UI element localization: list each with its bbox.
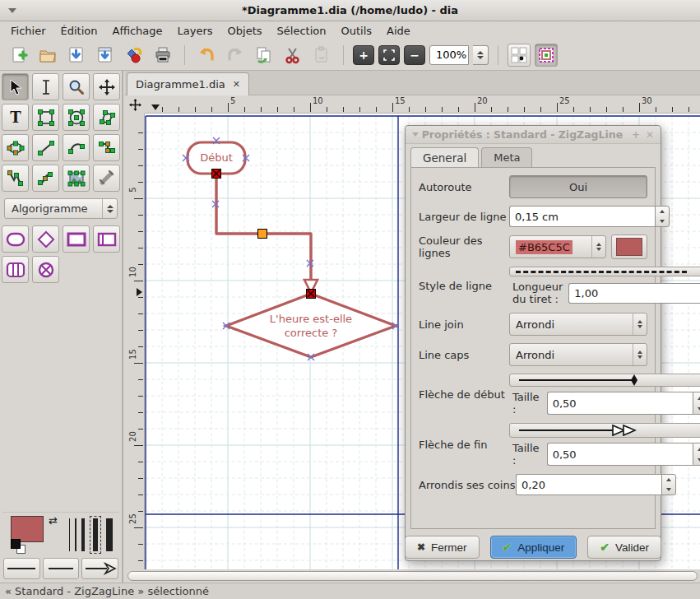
menu-item-objets[interactable]: Objets <box>220 23 270 39</box>
diagram-tab-label: Diagramme1.dia <box>136 78 225 91</box>
bezierline-tool-button[interactable] <box>32 165 59 192</box>
corner-radius-spinner[interactable] <box>661 474 676 495</box>
outline-tool-button[interactable] <box>93 165 120 192</box>
line-width-input[interactable] <box>509 206 655 227</box>
menu-item-affichage[interactable]: Affichage <box>104 23 169 39</box>
tab-general[interactable]: General <box>410 147 479 167</box>
arc-tool-button[interactable] <box>63 134 90 161</box>
paste-button[interactable] <box>309 43 334 67</box>
arrow-end-width-spinner[interactable] <box>693 443 700 466</box>
zigzagline-tool-button[interactable] <box>93 134 120 161</box>
vertical-ruler-indicator <box>137 288 142 296</box>
arrow-end-width-input[interactable] <box>547 443 693 466</box>
tab-meta[interactable]: Meta <box>481 147 532 167</box>
export-button[interactable] <box>122 43 146 67</box>
menu-item-outils[interactable]: Outils <box>333 23 379 39</box>
tab-close-icon[interactable]: ✕ <box>233 79 240 90</box>
line-style-combo[interactable] <box>509 267 700 276</box>
dialog-titlebar[interactable]: Propriétés : Standard - ZigZagLine + ✕ <box>406 126 661 144</box>
arrow-end-combo[interactable] <box>509 423 700 438</box>
ruler-tick <box>376 107 377 112</box>
shape-predefined-process-button[interactable] <box>93 225 120 253</box>
dash-length-input[interactable] <box>568 283 700 304</box>
shape-terminal-button[interactable] <box>2 225 29 253</box>
line-width-selector[interactable] <box>69 516 113 554</box>
save-as-button[interactable] <box>93 43 118 67</box>
arrow-end-style-button[interactable] <box>81 558 118 579</box>
arrow-end-size-label: Taille : <box>512 442 541 467</box>
line-caps-combo[interactable]: Arrondi <box>509 343 647 366</box>
line-color-combo[interactable]: #B65C5C <box>509 235 606 258</box>
decision-node[interactable]: L'heure est-elle correcte ? <box>226 294 396 357</box>
zoom-in-button[interactable]: + <box>353 45 374 65</box>
new-document-button[interactable] <box>7 43 31 67</box>
close-button[interactable]: ✖ Fermer <box>405 536 480 559</box>
cut-button[interactable] <box>280 43 305 67</box>
modify-tool-button[interactable] <box>2 73 29 100</box>
sheet-selector-label: Algorigramme <box>5 202 102 215</box>
beziergon-tool-button[interactable] <box>2 134 29 161</box>
zoom-level-input[interactable] <box>429 45 469 65</box>
polygon-tool-button[interactable] <box>93 104 120 131</box>
line-color-combo-arrows-icon <box>591 236 605 258</box>
ok-button[interactable]: ✔ Valider <box>587 536 661 559</box>
shape-internal-storage-button[interactable] <box>2 256 29 283</box>
menu-item-aide[interactable]: Aide <box>379 23 418 39</box>
menu-item-fichier[interactable]: Fichier <box>3 23 53 39</box>
swap-colors-icon[interactable]: ⇄ <box>49 514 58 527</box>
line-style-button[interactable] <box>43 558 80 579</box>
sheet-selector[interactable]: Algorigramme <box>4 198 118 219</box>
undo-button[interactable] <box>194 43 219 67</box>
zoom-spinner[interactable] <box>473 45 489 65</box>
line-tool-button[interactable] <box>32 134 59 161</box>
box-tool-button[interactable] <box>32 104 59 131</box>
shape-process-button[interactable] <box>63 225 90 253</box>
dialog-close-icon[interactable]: ✕ <box>646 129 654 141</box>
shape-summing-junction-button[interactable] <box>32 256 59 283</box>
ellipse-tool-button[interactable] <box>63 104 90 131</box>
text-tool-button[interactable]: T <box>2 104 29 131</box>
line-width-spinner[interactable] <box>655 206 670 227</box>
ruler-tick <box>138 132 143 133</box>
arrow-start-width-input[interactable] <box>547 392 693 415</box>
window-menu-icon[interactable] <box>8 8 16 13</box>
arrow-begin-style-button[interactable] <box>3 558 40 579</box>
snap-to-objects-toggle[interactable] <box>535 44 558 67</box>
ruler-tick <box>138 215 143 216</box>
apply-button[interactable]: ✔ Appliquer <box>490 536 577 559</box>
save-button[interactable] <box>64 43 89 67</box>
ruler-tick <box>138 264 143 265</box>
open-file-button[interactable] <box>35 43 60 67</box>
dash-preview <box>516 271 687 273</box>
arrow-end-row: Flèche de fin Taille : <box>419 423 647 467</box>
corner-radius-label: Arrondis ses coins <box>419 479 516 491</box>
line-color-swatch-button[interactable] <box>611 234 647 259</box>
shape-decision-button[interactable] <box>32 225 59 253</box>
image-tool-button[interactable] <box>63 165 90 192</box>
diagram-tab[interactable]: Diagramme1.dia ✕ <box>127 72 249 95</box>
zoom-fit-button[interactable] <box>378 45 400 65</box>
autoroute-toggle[interactable]: Oui <box>509 175 647 198</box>
menu-item-edition[interactable]: Édition <box>53 23 105 39</box>
corner-radius-input[interactable] <box>516 474 661 495</box>
menu-item-layers[interactable]: Layers <box>170 23 220 39</box>
magnify-tool-button[interactable] <box>63 73 90 100</box>
copy-button[interactable] <box>252 43 276 67</box>
arrow-start-width-spinner[interactable] <box>693 392 700 415</box>
menu-item-selection[interactable]: Sélection <box>270 23 334 39</box>
horizontal-scrollbar-thumb[interactable] <box>127 571 698 581</box>
dialog-body: Autoroute Oui Largeur de ligne Couleur d… <box>410 167 656 529</box>
redo-button[interactable] <box>223 43 248 67</box>
horizontal-scrollbar[interactable] <box>125 569 700 583</box>
dialog-menu-icon[interactable] <box>412 132 419 137</box>
arrow-start-combo[interactable] <box>509 374 700 387</box>
scroll-tool-button[interactable] <box>93 73 120 100</box>
dialog-maximize-icon[interactable]: + <box>632 129 640 141</box>
polyline-tool-button[interactable] <box>2 165 29 192</box>
textedit-tool-button[interactable] <box>32 73 59 100</box>
snap-to-grid-toggle[interactable] <box>508 44 531 67</box>
line-join-combo[interactable]: Arrondi <box>509 313 647 336</box>
default-foreground-swatch[interactable] <box>11 539 21 549</box>
zoom-out-button[interactable]: − <box>404 45 425 65</box>
print-button[interactable] <box>151 43 175 67</box>
